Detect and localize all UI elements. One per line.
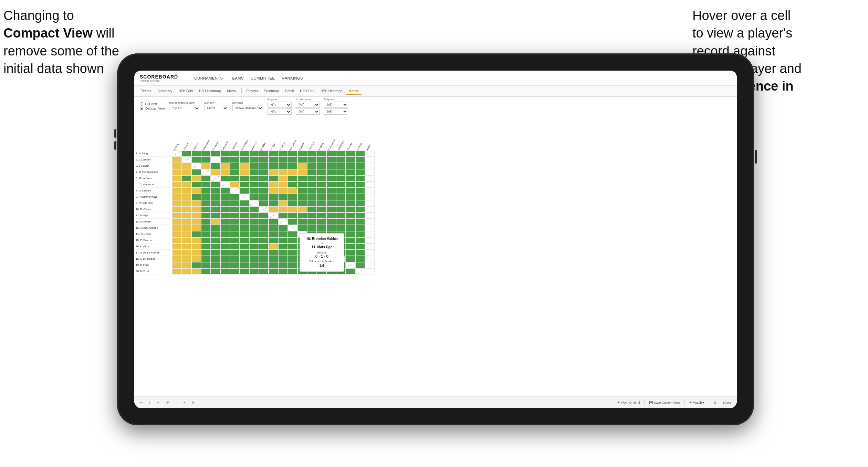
cell-12-5[interactable] bbox=[211, 219, 220, 225]
toolbar-link[interactable]: 🔗 bbox=[164, 400, 171, 405]
cell-19-10[interactable] bbox=[259, 262, 269, 268]
cell-8-21[interactable] bbox=[365, 194, 375, 200]
cell-13-8[interactable] bbox=[240, 225, 249, 231]
cell-11-2[interactable] bbox=[182, 212, 191, 219]
cell-6-9[interactable] bbox=[249, 181, 259, 188]
cell-14-8[interactable] bbox=[240, 231, 249, 237]
cell-14-13[interactable] bbox=[288, 231, 297, 237]
cell-3-16[interactable] bbox=[317, 163, 326, 169]
cell-12-15[interactable] bbox=[307, 219, 317, 225]
cell-8-20[interactable] bbox=[355, 194, 365, 200]
cell-16-7[interactable] bbox=[230, 243, 240, 250]
cell-20-4[interactable] bbox=[201, 268, 211, 274]
cell-8-11[interactable] bbox=[269, 194, 278, 200]
cell-4-6[interactable] bbox=[220, 169, 230, 175]
cell-13-9[interactable] bbox=[249, 225, 259, 231]
cell-1-8[interactable] bbox=[240, 151, 249, 157]
cell-4-17[interactable] bbox=[326, 169, 336, 175]
cell-14-10[interactable] bbox=[259, 231, 269, 237]
cell-1-5[interactable] bbox=[211, 151, 220, 157]
cell-3-5[interactable] bbox=[211, 163, 220, 169]
cell-9-5[interactable] bbox=[211, 200, 220, 206]
cell-8-18[interactable] bbox=[336, 194, 346, 200]
cell-4-21[interactable] bbox=[365, 169, 375, 175]
filter-players-select-1[interactable]: (All) bbox=[324, 102, 348, 108]
cell-4-5[interactable] bbox=[211, 169, 220, 175]
cell-10-7[interactable] bbox=[230, 206, 240, 212]
toolbar-save-custom[interactable]: 💾 Save Custom View bbox=[647, 400, 681, 405]
cell-3-14[interactable] bbox=[297, 163, 307, 169]
cell-7-5[interactable] bbox=[211, 188, 220, 194]
cell-2-21[interactable] bbox=[365, 157, 375, 163]
cell-16-21[interactable] bbox=[365, 243, 375, 250]
cell-9-1[interactable] bbox=[172, 200, 182, 206]
cell-10-9[interactable] bbox=[249, 206, 259, 212]
cell-15-6[interactable] bbox=[220, 237, 230, 243]
cell-10-2[interactable] bbox=[182, 206, 191, 212]
cell-19-9[interactable] bbox=[249, 262, 259, 268]
cell-17-9[interactable] bbox=[249, 250, 259, 256]
filter-players-select-2[interactable]: (All) bbox=[324, 108, 348, 115]
cell-5-10[interactable] bbox=[259, 175, 269, 181]
cell-16-9[interactable] bbox=[249, 243, 259, 250]
cell-15-13[interactable] bbox=[288, 237, 297, 243]
cell-19-2[interactable] bbox=[182, 262, 191, 268]
cell-1-3[interactable] bbox=[191, 151, 201, 157]
cell-3-21[interactable] bbox=[365, 163, 375, 169]
cell-7-17[interactable] bbox=[326, 188, 336, 194]
cell-11-13[interactable] bbox=[288, 212, 297, 219]
nav-committee[interactable]: COMMITTEE bbox=[251, 76, 275, 80]
cell-2-16[interactable] bbox=[317, 157, 326, 163]
cell-10-13[interactable] bbox=[288, 206, 297, 212]
cell-9-8[interactable] bbox=[240, 200, 249, 206]
cell-3-10[interactable] bbox=[259, 163, 269, 169]
cell-5-16[interactable] bbox=[317, 175, 326, 181]
cell-15-2[interactable] bbox=[182, 237, 191, 243]
cell-7-4[interactable] bbox=[201, 188, 211, 194]
cell-7-18[interactable] bbox=[336, 188, 346, 194]
cell-16-5[interactable] bbox=[211, 243, 220, 250]
cell-15-1[interactable] bbox=[172, 237, 182, 243]
cell-9-18[interactable] bbox=[336, 200, 346, 206]
cell-14-20[interactable] bbox=[355, 231, 365, 237]
cell-11-11[interactable] bbox=[269, 212, 278, 219]
cell-9-6[interactable] bbox=[220, 200, 230, 206]
cell-12-7[interactable] bbox=[230, 219, 240, 225]
cell-18-4[interactable] bbox=[201, 256, 211, 262]
cell-19-4[interactable] bbox=[201, 262, 211, 268]
cell-8-19[interactable] bbox=[346, 194, 355, 200]
cell-4-12[interactable] bbox=[278, 169, 288, 175]
cell-19-19[interactable] bbox=[346, 262, 355, 268]
tab-detail[interactable]: Detail bbox=[282, 88, 297, 95]
toolbar-zoom-out[interactable]: − bbox=[174, 400, 179, 405]
cell-7-16[interactable] bbox=[317, 188, 326, 194]
cell-6-16[interactable] bbox=[317, 181, 326, 188]
cell-13-18[interactable] bbox=[336, 225, 346, 231]
cell-17-1[interactable] bbox=[172, 250, 182, 256]
cell-9-20[interactable] bbox=[355, 200, 365, 206]
cell-1-19[interactable] bbox=[346, 151, 355, 157]
cell-3-13[interactable] bbox=[288, 163, 297, 169]
filter-region-select-2[interactable]: N/A bbox=[268, 108, 292, 115]
tab-h2h-heatmap-2[interactable]: H2H Heatmap bbox=[318, 88, 345, 95]
cell-17-19[interactable] bbox=[346, 250, 355, 256]
cell-15-20[interactable] bbox=[355, 237, 365, 243]
cell-5-4[interactable] bbox=[201, 175, 211, 181]
cell-1-4[interactable] bbox=[201, 151, 211, 157]
cell-2-19[interactable] bbox=[346, 157, 355, 163]
cell-6-12[interactable] bbox=[278, 181, 288, 188]
tab-teams[interactable]: Teams bbox=[138, 88, 154, 95]
cell-1-12[interactable] bbox=[278, 151, 288, 157]
cell-8-14[interactable] bbox=[297, 194, 307, 200]
cell-18-11[interactable] bbox=[269, 256, 278, 262]
cell-5-14[interactable] bbox=[297, 175, 307, 181]
cell-5-6[interactable] bbox=[220, 175, 230, 181]
cell-13-20[interactable] bbox=[355, 225, 365, 231]
cell-5-17[interactable] bbox=[326, 175, 336, 181]
cell-17-2[interactable] bbox=[182, 250, 191, 256]
toolbar-share[interactable]: Share bbox=[721, 400, 733, 405]
cell-8-8[interactable] bbox=[240, 194, 249, 200]
cell-12-1[interactable] bbox=[172, 219, 182, 225]
cell-10-12[interactable] bbox=[278, 206, 288, 212]
cell-10-20[interactable] bbox=[355, 206, 365, 212]
